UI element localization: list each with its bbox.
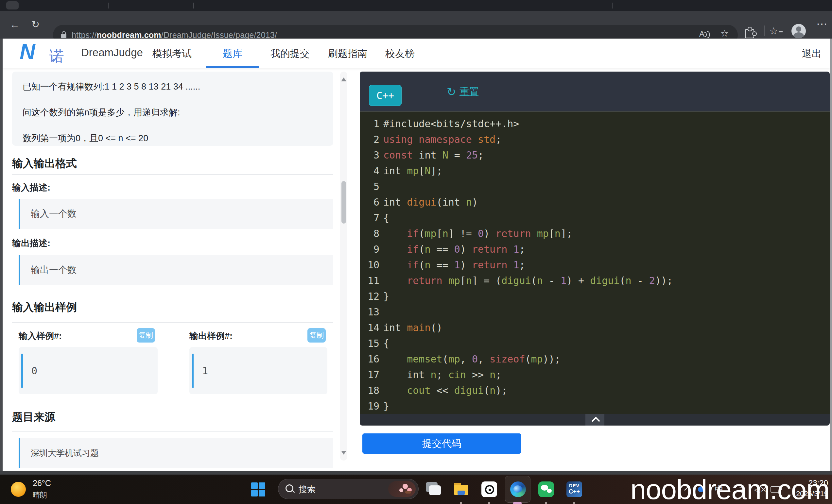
browser-menu-icon[interactable]: ⋯ (816, 17, 827, 30)
editor-header: C++ ↻ 重置 (360, 72, 830, 111)
running-indicator (573, 502, 575, 504)
scroll-up-icon[interactable] (341, 78, 346, 81)
code-line: 19} (360, 398, 830, 414)
extensions-icon[interactable] (743, 26, 755, 38)
search-icon (286, 484, 293, 492)
tab-separator (694, 3, 694, 8)
code-line: 9 if(n == 0) return 1; (360, 242, 830, 257)
window-edge-left (0, 38, 3, 475)
browser-toolbar: ← ↻ https://noobdream.com/DreamJudge/Iss… (0, 11, 832, 38)
code-line: 11 return mp[n] = (digui(n - 1) + digui(… (360, 273, 830, 289)
search-placeholder: 搜索 (298, 484, 316, 495)
window-edge-right (830, 38, 832, 475)
copy-output-button[interactable]: 复制 (307, 328, 326, 342)
watermark-text: noobdream.com (630, 473, 829, 504)
submit-code-button[interactable]: 提交代码 (362, 433, 521, 454)
scroll-down-icon[interactable] (341, 451, 346, 455)
code-line: 17 int n; cin >> n; (360, 367, 830, 383)
language-button[interactable]: C++ (369, 85, 401, 106)
wechat-icon[interactable] (538, 481, 555, 498)
reset-label: 重置 (460, 85, 479, 99)
output-sample-value: 1 (192, 354, 328, 388)
scrollbar-thumb[interactable] (341, 181, 346, 224)
copy-input-button[interactable]: 复制 (137, 328, 155, 342)
active-tab-underline (206, 66, 259, 68)
browser-tab[interactable] (6, 1, 19, 9)
taskbar-temperature[interactable]: 26°C (33, 478, 51, 488)
lock-icon (61, 34, 67, 38)
editor-panel: C++ ↻ 重置 1#include<bits/stdc++.h>2using … (360, 72, 830, 425)
code-line: 6int digui(int n) (360, 194, 830, 210)
taskbar-search[interactable]: 搜索 (278, 479, 419, 499)
source-quote: 深圳大学机试习题 (19, 438, 333, 468)
section-source: 题目来源 (12, 410, 55, 425)
collapse-button[interactable] (586, 414, 604, 425)
music-app-icon[interactable] (481, 481, 498, 498)
file-explorer-icon[interactable] (452, 481, 470, 498)
read-aloud-icon[interactable]: A (699, 29, 710, 38)
input-sample-label: 输入样例#: (19, 330, 62, 342)
problem-description-card: 已知一个有规律数列:1 1 2 3 5 8 13 21 34 ...... 问这… (12, 72, 333, 146)
section-io-format: 输入输出格式 (12, 156, 77, 171)
code-line: 2using namespace std; (360, 132, 830, 147)
site-logo-icon[interactable]: N (20, 39, 35, 64)
browser-profile-avatar[interactable] (791, 24, 806, 38)
divider (12, 431, 333, 432)
problem-scrollbar[interactable] (340, 72, 347, 460)
screen: ← ↻ https://noobdream.com/DreamJudge/Iss… (0, 0, 832, 504)
collections-icon[interactable]: ☆ (769, 25, 783, 37)
code-line: 3const int N = 25; (360, 147, 830, 163)
code-line: 8 if(mp[n] != 0) return mp[n]; (360, 226, 830, 242)
tab-separator (612, 3, 613, 8)
reload-button[interactable]: ↻ (31, 18, 40, 31)
active-app-indicator (513, 502, 522, 504)
code-line: 1#include<bits/stdc++.h> (360, 116, 830, 132)
nav-item-alumni-board[interactable]: 校友榜 (385, 47, 415, 60)
input-sample-box: 0 (19, 347, 158, 394)
editor-bottom-bar (360, 414, 830, 425)
dev-cpp-icon[interactable]: DEVC++ (566, 481, 583, 498)
taskbar: 26°C 晴朗 搜索 DEVC++ 中 ◁✕ (0, 475, 832, 504)
weather-sun-icon[interactable] (11, 482, 26, 497)
output-sample-label: 输出样例#: (189, 330, 233, 342)
site-logo-char[interactable]: 诺 (49, 47, 64, 67)
problem-line: 已知一个有规律数列:1 1 2 3 5 8 13 21 34 ...... (23, 81, 323, 92)
task-view-icon[interactable] (424, 481, 442, 498)
chevron-up-icon (592, 417, 600, 425)
code-line: 18 cout << digui(n); (360, 383, 830, 398)
code-line: 14int main() (360, 320, 830, 336)
code-lines: 1#include<bits/stdc++.h>2using namespace… (360, 116, 830, 414)
code-line: 13 (360, 304, 830, 320)
running-indicator (488, 502, 490, 504)
nav-item-my-submissions[interactable]: 我的提交 (270, 47, 310, 60)
toolbar-divider (764, 26, 765, 36)
logout-link[interactable]: 退出 (802, 47, 822, 60)
problem-line: 数列第一项为0，且0 <= n <= 20 (23, 132, 323, 144)
code-line: 4int mp[N]; (360, 163, 830, 179)
code-line: 5 (360, 179, 830, 194)
browser-tab-strip (0, 0, 832, 11)
site-navbar: N 诺 DreamJudge 模拟考试 题库 我的提交 刷题指南 校友榜 退出 (3, 38, 830, 68)
nav-brand[interactable]: DreamJudge (81, 47, 143, 59)
output-sample-box: 1 (189, 347, 328, 394)
tab-separator (108, 3, 109, 8)
start-button[interactable] (251, 482, 265, 497)
reset-button[interactable]: ↻ 重置 (447, 83, 479, 100)
tab-separator (193, 3, 194, 8)
output-desc-quote: 输出一个数 (19, 255, 333, 285)
code-line: 10 if(n == 1) return 1; (360, 257, 830, 273)
code-line: 12} (360, 289, 830, 304)
divider (12, 174, 333, 175)
back-button[interactable]: ← (10, 18, 20, 31)
input-desc-quote: 输入一个数 (19, 199, 333, 229)
code-editor[interactable]: 1#include<bits/stdc++.h>2using namespace… (360, 112, 830, 414)
nav-item-guide[interactable]: 刷题指南 (328, 47, 367, 60)
nav-item-mock-exam[interactable]: 模拟考试 (152, 47, 192, 60)
nav-item-problem-bank[interactable]: 题库 (223, 47, 242, 60)
code-line: 15{ (360, 336, 830, 352)
favorite-star-icon[interactable]: ☆ (721, 28, 729, 39)
code-line: 7{ (360, 210, 830, 226)
divider (12, 322, 333, 323)
edge-browser-icon[interactable] (510, 481, 526, 498)
taskbar-weather[interactable]: 晴朗 (33, 490, 47, 500)
